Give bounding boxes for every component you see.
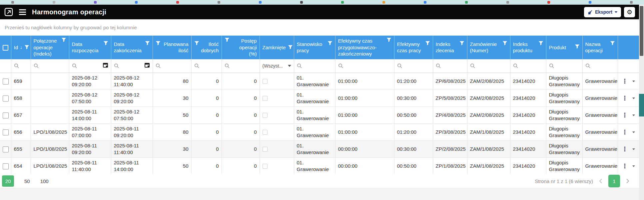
row-menu-icon[interactable]: ⋮ [622, 112, 628, 118]
filter-linked[interactable] [31, 59, 69, 73]
filter-station[interactable] [294, 59, 335, 73]
col-header-station[interactable]: Stanowisko pracy [294, 36, 335, 59]
filter-funnel-icon[interactable] [425, 41, 430, 46]
bookmark-favicon[interactable] [300, 1, 303, 4]
filter-end[interactable] [111, 59, 153, 73]
table-row[interactable]: 656LPO/1/08/20252025-08-11 07:00:002025-… [0, 124, 639, 141]
bookmark-favicon[interactable] [547, 1, 550, 4]
col-header-end[interactable]: Data zakończenia [111, 36, 153, 59]
row-menu-icon[interactable]: ⋮ [622, 163, 628, 169]
filter-funnel-icon[interactable] [103, 41, 108, 46]
filter-funnel-icon[interactable] [145, 41, 150, 46]
filter-funnel-icon[interactable] [386, 38, 391, 42]
closed-checkbox[interactable] [263, 164, 268, 169]
closed-checkbox[interactable] [263, 130, 268, 135]
row-checkbox[interactable] [3, 79, 9, 85]
table-row[interactable]: 655LPO/1/08/20252025-08-11 09:20:002025-… [0, 141, 639, 158]
col-header-closed[interactable]: Zamknięte [260, 36, 294, 59]
bookmark-favicon[interactable] [341, 1, 344, 4]
row-checkbox[interactable] [3, 112, 9, 118]
bookmark-favicon[interactable] [382, 1, 385, 4]
row-expand-icon[interactable] [632, 114, 635, 116]
col-header-work[interactable]: Efektywny czas pracy [394, 36, 433, 59]
page-size-20-button[interactable]: 20 [2, 175, 14, 187]
table-row[interactable]: 654LPO/1/08/20252025-08-11 11:40:002025-… [0, 158, 639, 175]
filter-planned[interactable] [153, 59, 191, 73]
filter-work[interactable] [394, 59, 433, 73]
filter-operation[interactable] [582, 59, 618, 73]
filter-funnel-icon[interactable] [61, 38, 66, 42]
row-expand-icon[interactable] [632, 148, 635, 150]
bookmark-favicon[interactable] [506, 1, 509, 4]
row-expand-icon[interactable] [632, 98, 635, 99]
col-header-prep[interactable]: Efektywny czas przygotowawczo-zakończeni… [335, 36, 394, 59]
bookmark-favicon[interactable] [11, 1, 14, 4]
table-row[interactable]: 6582025-08-12 07:50:002025-08-12 09:20:0… [0, 90, 639, 107]
filter-order_index[interactable] [433, 59, 467, 73]
page-size-50-button[interactable]: 50 [24, 178, 30, 184]
col-header-order_number[interactable]: Zamówienie (Numer) [467, 36, 510, 59]
closed-checkbox[interactable] [263, 113, 268, 118]
row-checkbox[interactable] [3, 129, 9, 135]
filter-product[interactable] [546, 59, 582, 73]
bookmark-favicon[interactable] [424, 1, 426, 4]
col-header-product[interactable]: Produkt [546, 36, 582, 59]
filter-closed[interactable]: (Wszyst... [260, 59, 294, 73]
row-checkbox[interactable] [3, 163, 9, 169]
actions-header[interactable] [618, 36, 639, 59]
filter-funnel-icon[interactable] [538, 41, 543, 46]
col-header-product_index[interactable]: Indeks produktu [510, 36, 546, 59]
bookmark-favicon[interactable] [589, 1, 591, 4]
col-header-order_index[interactable]: Indeks zlecenia [433, 36, 467, 59]
scrollbar-thumb[interactable] [640, 6, 643, 56]
filter-progress[interactable] [222, 59, 260, 73]
bookmark-favicon[interactable] [465, 1, 468, 4]
row-expand-icon[interactable] [632, 165, 635, 167]
filter-funnel-icon[interactable] [459, 41, 464, 46]
chevron-down-icon[interactable] [288, 65, 291, 67]
col-header-id[interactable]: Id↓ [11, 36, 31, 59]
table-row[interactable]: 6592025-08-12 09:20:002025-08-12 11:40:0… [0, 73, 639, 90]
filter-prep[interactable] [335, 59, 394, 73]
filter-funnel-icon[interactable] [156, 41, 161, 46]
col-header-linked[interactable]: Połączone operacje (Indeks) [31, 36, 69, 59]
filter-funnel-icon[interactable] [225, 38, 230, 42]
filter-funnel-icon[interactable] [24, 45, 29, 50]
bookmark-favicon[interactable] [53, 1, 55, 4]
calendar-icon[interactable] [103, 62, 108, 68]
closed-checkbox[interactable] [263, 96, 268, 101]
row-menu-icon[interactable]: ⋮ [622, 129, 628, 135]
bookmark-favicon[interactable] [630, 1, 633, 4]
next-page-button[interactable] [626, 178, 630, 184]
row-expand-icon[interactable] [632, 131, 635, 133]
filter-funnel-icon[interactable] [288, 45, 293, 50]
row-menu-icon[interactable]: ⋮ [622, 95, 628, 101]
closed-checkbox[interactable] [263, 79, 268, 84]
export-button[interactable]: Eksport [584, 7, 621, 17]
col-header-operation[interactable]: Nazwa operacji [582, 36, 618, 59]
bookmark-favicon[interactable] [176, 1, 179, 4]
menu-hamburger-icon[interactable] [19, 9, 26, 15]
filter-product_index[interactable] [510, 59, 546, 73]
closed-checkbox[interactable] [263, 147, 268, 152]
row-checkbox[interactable] [3, 146, 9, 152]
bookmark-favicon[interactable] [259, 1, 262, 4]
col-header-planned[interactable]: Planowana ilość [153, 36, 191, 59]
filter-funnel-icon[interactable] [327, 41, 332, 46]
select-all-checkbox[interactable] [3, 45, 8, 51]
filter-id[interactable] [11, 59, 31, 73]
filter-start[interactable] [69, 59, 111, 73]
table-row[interactable]: 6572025-08-11 14:00:002025-08-12 07:50:0… [0, 107, 639, 124]
settings-button[interactable]: ⚙ [624, 7, 635, 17]
col-header-start[interactable]: Data rozpoczęcia [69, 36, 111, 59]
row-expand-icon[interactable] [632, 81, 635, 82]
bookmark-favicon[interactable] [135, 1, 138, 4]
filter-funnel-icon[interactable] [502, 41, 507, 46]
bookmark-favicon[interactable] [94, 1, 97, 4]
calendar-icon[interactable] [144, 62, 150, 68]
select-all-header[interactable] [0, 36, 11, 59]
row-menu-icon[interactable]: ⋮ [622, 146, 628, 152]
filter-funnel-icon[interactable] [194, 41, 199, 46]
filter-good[interactable] [191, 59, 222, 73]
filter-funnel-icon[interactable] [575, 44, 580, 49]
